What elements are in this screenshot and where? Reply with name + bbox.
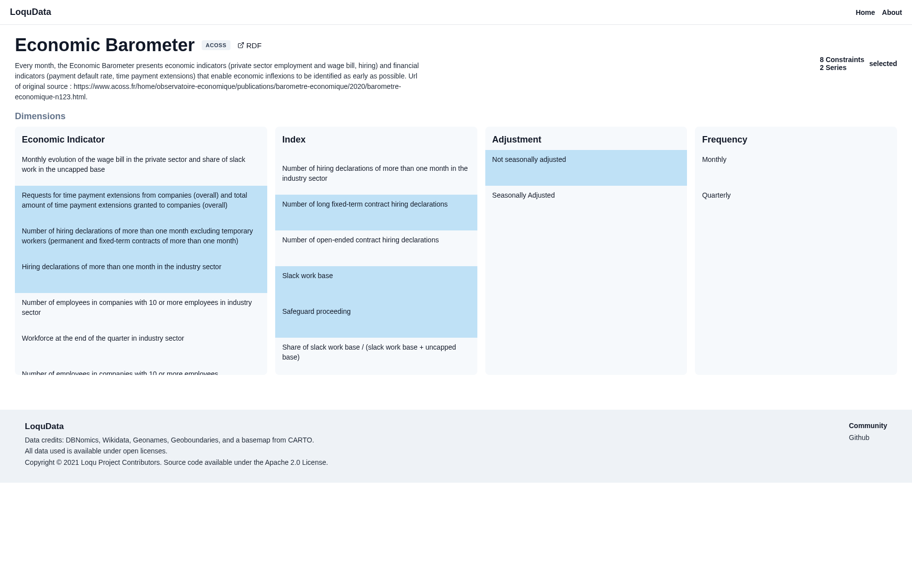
page-description: Every month, the Economic Barometer pres… <box>15 61 422 102</box>
github-link[interactable]: Github <box>849 434 869 441</box>
footer-left: LoquData Data credits: DBNomics, Wikidat… <box>25 422 328 468</box>
dimension-frequency: Frequency MonthlyQuarterly <box>695 127 897 375</box>
list-item[interactable]: Number of employees in companies with 10… <box>15 365 267 375</box>
footer-right: Community Github <box>849 422 887 468</box>
nav-about[interactable]: About <box>882 8 902 16</box>
list-item[interactable]: Monthly <box>695 150 897 186</box>
dimension-economic-indicator: Economic Indicator Monthly evolution of … <box>15 127 267 375</box>
dimensions-title: Dimensions <box>15 111 897 122</box>
title-row: Economic Barometer ACOSS RDF <box>15 35 897 56</box>
footer: LoquData Data credits: DBNomics, Wikidat… <box>0 410 912 483</box>
page-title: Economic Barometer <box>15 35 195 56</box>
dimension-title: Adjustment <box>485 133 687 150</box>
list-item[interactable]: Number of open-ended contract hiring dec… <box>275 230 477 266</box>
top-nav: Home About <box>856 8 902 16</box>
dimension-list[interactable]: MonthlyQuarterly <box>695 150 897 375</box>
dimension-title: Index <box>275 133 477 150</box>
footer-license: All data used is available under open li… <box>25 445 328 456</box>
footer-copyright: Copyright © 2021 Loqu Project Contributo… <box>25 457 328 468</box>
footer-brand: LoquData <box>25 422 328 432</box>
list-item[interactable]: Number of employees in companies with 10… <box>15 293 267 329</box>
main-content: Economic Barometer ACOSS RDF 8 Constrain… <box>0 25 912 390</box>
community-title: Community <box>849 422 887 430</box>
constraints-count: 8 Constraints <box>820 56 864 64</box>
topbar: LoquData Home About <box>0 0 912 25</box>
dimension-title: Economic Indicator <box>15 133 267 150</box>
external-link-icon <box>237 42 244 49</box>
list-item[interactable]: Number of long fixed-term contract hirin… <box>275 195 477 230</box>
list-item[interactable]: Quarterly <box>695 186 897 221</box>
footer-credits: Data credits: DBNomics, Wikidata, Geonam… <box>25 435 328 445</box>
brand-logo[interactable]: LoquData <box>10 7 51 17</box>
dimension-adjustment: Adjustment Not seasonally adjustedSeason… <box>485 127 687 375</box>
dimension-list[interactable]: Monthly evolution of the wage bill in th… <box>15 150 267 375</box>
list-item[interactable]: Hiring declarations of more than one mon… <box>15 257 267 293</box>
list-item[interactable]: Not seasonally adjusted <box>485 150 687 186</box>
dimension-list[interactable]: Not seasonally adjustedSeasonally Adjust… <box>485 150 687 375</box>
list-item[interactable]: Safeguard proceeding <box>275 302 477 338</box>
dimension-index: Index Number of hiring declarations of m… <box>275 127 477 375</box>
list-item[interactable]: Number of hiring declarations of more th… <box>275 159 477 195</box>
provider-badge: ACOSS <box>202 40 230 50</box>
selection-counts: 8 Constraints 2 Series <box>820 56 864 72</box>
list-item[interactable]: Slack work base <box>275 266 477 302</box>
selection-summary: 8 Constraints 2 Series selected <box>820 56 897 72</box>
rdf-link[interactable]: RDF <box>237 41 262 50</box>
list-item[interactable]: Workforce at the end of the quarter in i… <box>15 329 267 365</box>
list-item[interactable]: Requests for time payment extensions fro… <box>15 186 267 221</box>
list-item[interactable]: Share of slack work base / (slack work b… <box>275 338 477 373</box>
list-item[interactable]: Number of hiring declarations of more th… <box>15 221 267 257</box>
dimensions-grid: Economic Indicator Monthly evolution of … <box>15 127 897 375</box>
nav-home[interactable]: Home <box>856 8 875 16</box>
list-item[interactable]: Seasonally Adjusted <box>485 186 687 221</box>
dimension-title: Frequency <box>695 133 897 150</box>
dimension-list[interactable]: Number of hiring declarations of more th… <box>275 150 477 375</box>
series-count: 2 Series <box>820 64 864 72</box>
selected-label: selected <box>869 60 897 68</box>
rdf-label: RDF <box>246 41 262 50</box>
list-item[interactable]: Monthly evolution of the wage bill in th… <box>15 150 267 186</box>
svg-line-0 <box>240 43 243 46</box>
